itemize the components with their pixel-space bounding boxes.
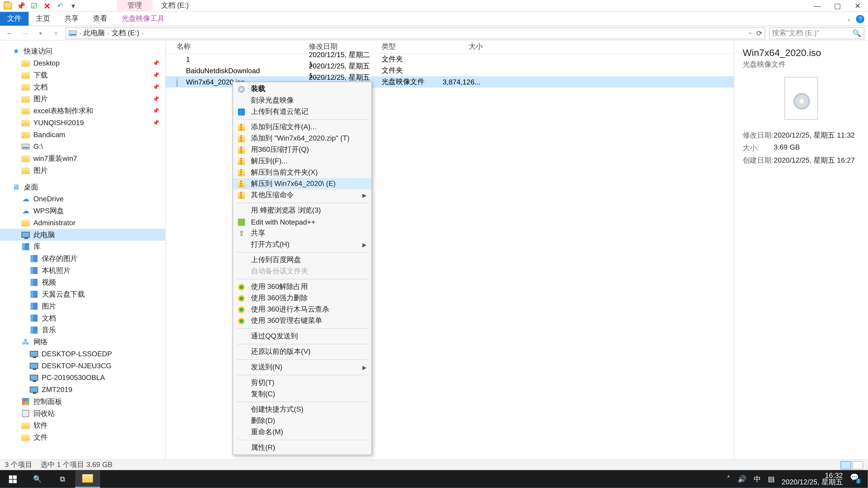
menu-item[interactable]: 打开方式(H)▶ bbox=[233, 239, 371, 250]
tab-file[interactable]: 文件 bbox=[0, 12, 29, 26]
tab-share[interactable]: 共享 bbox=[57, 12, 86, 26]
nav-files[interactable]: 文件 bbox=[0, 431, 165, 443]
col-size[interactable]: 大小 bbox=[441, 42, 483, 52]
menu-item[interactable]: 解压到(F)... bbox=[233, 156, 371, 167]
taskbar[interactable]: 🔍 ⧉ ˄ 🔊 中 ▤ 16:32 2020/12/25, 星期五 💬3 bbox=[0, 470, 868, 488]
qat-pin-icon[interactable]: 📌 bbox=[17, 2, 25, 10]
menu-item[interactable]: 使用 360解除占用 bbox=[233, 281, 371, 293]
nav-back-button[interactable]: ← bbox=[4, 27, 16, 39]
qat-undo-icon[interactable]: ↶ bbox=[56, 2, 64, 10]
nav-desktop-group[interactable]: 🖥 桌面 bbox=[0, 181, 165, 193]
tray-app-icon[interactable]: ▤ bbox=[768, 475, 774, 483]
action-center-icon[interactable]: 💬3 bbox=[850, 473, 862, 485]
tray-overflow-icon[interactable]: ˄ bbox=[727, 475, 730, 483]
help-icon[interactable]: ? bbox=[856, 15, 864, 23]
sidebar-item[interactable]: 保存的图片 bbox=[0, 253, 165, 265]
menu-item[interactable]: 上传到百度网盘 bbox=[233, 254, 371, 266]
breadcrumb-root[interactable]: 此电脑 bbox=[84, 28, 105, 38]
sidebar-item[interactable]: PC-20190530OBLA bbox=[0, 372, 165, 384]
sidebar-item[interactable]: 图片 bbox=[0, 164, 165, 176]
menu-item[interactable]: 创建快捷方式(S) bbox=[233, 404, 371, 415]
nav-up-button[interactable]: ↑ bbox=[50, 27, 62, 39]
menu-item[interactable]: 装载 bbox=[233, 84, 371, 95]
address-dropdown-icon[interactable]: ⌄ bbox=[748, 29, 753, 37]
nav-control-panel[interactable]: 控制面板 bbox=[0, 396, 165, 408]
nav-quick-access[interactable]: ★ 快速访问 bbox=[0, 45, 165, 57]
sidebar-item[interactable]: 天翼云盘下载 bbox=[0, 288, 165, 300]
menu-item[interactable]: 重命名(M) bbox=[233, 427, 371, 438]
nav-forward-button[interactable]: → bbox=[19, 27, 31, 39]
taskbar-clock[interactable]: 16:32 2020/12/25, 星期五 bbox=[782, 473, 843, 486]
menu-item[interactable]: 上传到有道云笔记 bbox=[233, 106, 371, 117]
sidebar-item[interactable]: 库 bbox=[0, 240, 165, 253]
menu-item[interactable]: 发送到(N)▶ bbox=[233, 362, 371, 373]
maximize-button[interactable]: ▢ bbox=[827, 0, 848, 11]
sidebar-item[interactable]: win7重装win7 bbox=[0, 153, 165, 164]
view-large-icons-button[interactable] bbox=[852, 461, 863, 469]
system-tray[interactable]: ˄ 🔊 中 ▤ 16:32 2020/12/25, 星期五 💬3 bbox=[727, 473, 868, 486]
start-button[interactable] bbox=[0, 470, 25, 488]
sidebar-item[interactable]: excel表格制作求和📌 bbox=[0, 105, 165, 117]
sidebar-item[interactable]: 图片📌 bbox=[0, 93, 165, 105]
taskbar-explorer[interactable] bbox=[75, 470, 100, 488]
menu-item[interactable]: 刻录光盘映像 bbox=[233, 95, 371, 106]
sidebar-item[interactable]: Bandicam bbox=[0, 129, 165, 141]
volume-icon[interactable]: 🔊 bbox=[738, 475, 747, 483]
menu-item[interactable]: 其他压缩命令▶ bbox=[233, 190, 371, 201]
sidebar-item[interactable]: 下载📌 bbox=[0, 69, 165, 81]
search-input[interactable]: 搜索"文档 (E:)" 🔍 bbox=[769, 27, 864, 39]
col-name[interactable]: 名称 bbox=[177, 42, 309, 52]
menu-item[interactable]: 添加到 "Win7x64_2020.zip" (T) bbox=[233, 133, 371, 144]
menu-item[interactable]: 使用 360强力删除 bbox=[233, 293, 371, 304]
file-row[interactable]: BaiduNetdiskDownload 2020/12/25, 星期五 1..… bbox=[166, 65, 734, 76]
tab-view[interactable]: 查看 bbox=[86, 12, 115, 26]
ribbon-expand-icon[interactable]: ⌄ bbox=[846, 15, 851, 22]
sidebar-item[interactable]: 文档📌 bbox=[0, 81, 165, 93]
menu-item[interactable]: 添加到压缩文件(A)... bbox=[233, 122, 371, 133]
menu-item[interactable]: 还原以前的版本(V) bbox=[233, 346, 371, 357]
navigation-pane[interactable]: ★ 快速访问 Desktop📌下载📌文档📌图片📌excel表格制作求和📌YUNQ… bbox=[0, 40, 166, 459]
nav-recycle-bin[interactable]: 回收站 bbox=[0, 408, 165, 420]
menu-item[interactable]: 属性(R) bbox=[233, 442, 371, 453]
address-bar[interactable]: › 此电脑 › 文档 (E:) › ⌄ ⟳ bbox=[66, 27, 765, 39]
view-details-button[interactable] bbox=[840, 461, 851, 469]
qat-dropdown-icon[interactable]: ▾ bbox=[69, 2, 78, 10]
menu-item[interactable]: 解压到 Win7x64_2020\ (E) bbox=[233, 178, 371, 189]
breadcrumb-path[interactable]: 文档 (E:) bbox=[112, 28, 139, 38]
sidebar-item[interactable]: Desktop📌 bbox=[0, 57, 165, 69]
sidebar-item[interactable]: ☁WPS网盘 bbox=[0, 205, 165, 217]
menu-item[interactable]: 用360压缩打开(Q) bbox=[233, 144, 371, 156]
qat-delete-icon[interactable]: ✕ bbox=[43, 2, 51, 10]
nav-software[interactable]: 软件 bbox=[0, 419, 165, 431]
menu-item[interactable]: 复制(C) bbox=[233, 388, 371, 400]
menu-item[interactable]: 使用 360管理右键菜单 bbox=[233, 315, 371, 326]
taskbar-search-button[interactable]: 🔍 bbox=[25, 470, 50, 488]
sidebar-item[interactable]: 文档 bbox=[0, 312, 165, 324]
nav-network[interactable]: 🖧 网络 bbox=[0, 336, 165, 348]
menu-item[interactable]: 用 蜂蜜浏览器 浏览(3) bbox=[233, 205, 371, 216]
sidebar-item[interactable]: DESKTOP-NJEU3CG bbox=[0, 360, 165, 372]
sidebar-item[interactable]: ☁OneDrive bbox=[0, 193, 165, 205]
tab-home[interactable]: 主页 bbox=[29, 12, 57, 26]
menu-item[interactable]: 解压到当前文件夹(X) bbox=[233, 167, 371, 178]
close-button[interactable]: ✕ bbox=[848, 0, 868, 11]
minimize-button[interactable]: — bbox=[807, 0, 827, 11]
refresh-icon[interactable]: ⟳ bbox=[756, 29, 762, 37]
sidebar-item[interactable]: YUNQISHI2019📌 bbox=[0, 117, 165, 129]
menu-item[interactable]: 使用 360进行木马云查杀 bbox=[233, 304, 371, 315]
menu-item[interactable]: 通过QQ发送到 bbox=[233, 331, 371, 342]
menu-item[interactable]: Edit with Notepad++ bbox=[233, 216, 371, 228]
ime-indicator[interactable]: 中 bbox=[754, 474, 761, 484]
task-view-button[interactable]: ⧉ bbox=[50, 470, 75, 488]
context-menu[interactable]: 装载刻录光盘映像上传到有道云笔记添加到压缩文件(A)...添加到 "Win7x6… bbox=[232, 82, 372, 455]
sidebar-item[interactable]: 视频 bbox=[0, 276, 165, 289]
sidebar-item[interactable]: Administrator bbox=[0, 217, 165, 229]
tab-disc-tools[interactable]: 光盘映像工具 bbox=[114, 12, 172, 26]
sidebar-item[interactable]: ZMT2019 bbox=[0, 384, 165, 396]
menu-item[interactable]: 剪切(T) bbox=[233, 377, 371, 388]
sidebar-item[interactable]: 音乐 bbox=[0, 324, 165, 336]
menu-item[interactable]: ⇪共享 bbox=[233, 228, 371, 239]
col-type[interactable]: 类型 bbox=[381, 42, 441, 52]
sidebar-item[interactable]: DESKTOP-LSSOEDP bbox=[0, 348, 165, 360]
qat-properties-icon[interactable]: ☑ bbox=[30, 2, 38, 10]
